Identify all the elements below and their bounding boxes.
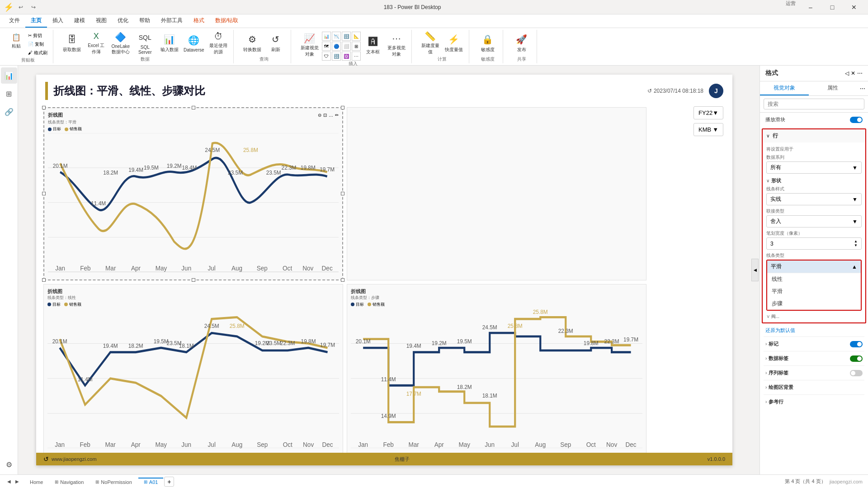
chart-3-step[interactable]: 折线图 线条类型：步骤 目标 销售额 xyxy=(347,284,646,457)
chart1-focus-btn[interactable]: ⊡ xyxy=(323,113,327,118)
textbox-btn[interactable]: 🅰 文本框 xyxy=(362,32,384,58)
more-visuals-btn[interactable]: ⋯ 更多视觉对象 xyxy=(385,32,408,58)
chart-1-smooth[interactable]: 折线图 ⊝ ⊡ … ✏ 线条类型：平滑 目标 xyxy=(43,107,343,280)
new-measure-btn[interactable]: 📏 新建度量值 xyxy=(419,30,442,56)
tab-help[interactable]: 帮助 xyxy=(134,14,156,28)
enter-data-btn[interactable]: 📊 输入数据 xyxy=(158,30,181,56)
row-section-header[interactable]: ∨ 行 xyxy=(763,129,865,142)
chart1-filter-btn[interactable]: ⊝ xyxy=(318,113,321,118)
page-tab-home[interactable]: Home xyxy=(24,478,48,486)
chart1-more-btn[interactable]: … xyxy=(329,113,333,118)
tab-home[interactable]: 主页 xyxy=(25,14,47,28)
sidebar-filter-icon[interactable]: ⚙ xyxy=(1,456,17,473)
sidebar-table-icon[interactable]: ⊞ xyxy=(1,85,17,102)
line-type-selected[interactable]: 平滑 ▲ xyxy=(767,261,861,273)
line-type-option-smooth[interactable]: 平滑 xyxy=(767,285,861,298)
fy22-dropdown[interactable]: FY22 ▼ xyxy=(693,106,723,119)
tab-optimize[interactable]: 优化 xyxy=(112,14,134,28)
undo-btn[interactable]: ↩ xyxy=(15,2,26,13)
format-tab-more-btn[interactable]: ⋯ xyxy=(857,81,868,95)
format-search-input[interactable] xyxy=(764,99,864,109)
tab-file[interactable]: 文件 xyxy=(4,14,25,28)
new-visual-btn[interactable]: 📈 新建视觉对象 xyxy=(298,32,321,58)
ref-row-row[interactable]: › 参考行 xyxy=(760,396,868,408)
chart-type-6[interactable]: 🔵 xyxy=(332,42,341,51)
cut-btn[interactable]: ✂ 剪切 xyxy=(26,32,49,40)
quick-measure-btn[interactable]: ⚡ 快度量值 xyxy=(443,30,465,56)
tab-view[interactable]: 视图 xyxy=(90,14,112,28)
get-data-btn[interactable]: 🗄 获取数据 xyxy=(61,30,83,56)
tab-data-drillthrough[interactable]: 数据/钻取 xyxy=(210,14,244,28)
format-tab-visual[interactable]: 视觉对象 xyxy=(760,81,809,95)
chart-type-9[interactable]: 🛡 xyxy=(322,52,331,61)
chart-type-4[interactable]: 📐 xyxy=(352,32,361,41)
tab-modeling[interactable]: 建模 xyxy=(69,14,90,28)
page-tab-nopermission[interactable]: ⊞ NoPermission xyxy=(90,478,137,486)
shape-header[interactable]: ∨ 形状 xyxy=(766,177,862,184)
data-labels-toggle[interactable] xyxy=(850,355,863,362)
stroke-width-down[interactable]: ▼ xyxy=(854,244,858,247)
format-panel-close-btn[interactable]: ✕ xyxy=(851,70,855,76)
refresh-btn[interactable]: ↺ 刷新 xyxy=(264,30,287,56)
publish-btn[interactable]: 🚀 发布 xyxy=(510,30,533,56)
maximize-btn[interactable]: □ xyxy=(822,0,843,14)
line-style-select[interactable]: 实线 ▼ xyxy=(766,193,862,205)
format-panel-more-btn[interactable]: ⋯ xyxy=(857,70,863,76)
chart-type-7[interactable]: ⬜ xyxy=(342,42,351,51)
series-label-toggle[interactable] xyxy=(850,370,863,376)
series-label-header[interactable]: › 序列标签 xyxy=(765,370,788,376)
chart-type-12[interactable]: ⋯ xyxy=(352,52,361,61)
data-labels-header[interactable]: › 数据标签 xyxy=(765,355,788,362)
format-panel-expand-btn[interactable]: ◁ xyxy=(845,70,849,76)
chart-type-2[interactable]: 📉 xyxy=(332,32,341,41)
marker-header[interactable]: › 标记 xyxy=(765,341,778,347)
tab-insert[interactable]: 插入 xyxy=(47,14,69,28)
marker-toggle[interactable] xyxy=(850,341,863,347)
onelake-btn[interactable]: 🔷 OneLake 数据中心 xyxy=(109,30,132,56)
svg-text:Oct: Oct xyxy=(283,264,292,272)
stroke-width-up[interactable]: ▲ xyxy=(854,240,858,243)
sensitivity-btn[interactable]: 🔒 敏感度 xyxy=(476,30,499,56)
chart-type-8[interactable]: ⊞ xyxy=(352,42,361,51)
format-tab-properties[interactable]: 属性 xyxy=(809,81,858,95)
add-page-btn[interactable]: + xyxy=(164,477,174,487)
redo-btn[interactable]: ↪ xyxy=(28,2,39,13)
restore-default-btn[interactable]: 还原为默认值 xyxy=(765,327,795,333)
sidebar-model-icon[interactable]: 🔗 xyxy=(1,104,17,120)
tab-next-btn[interactable]: ▶ xyxy=(14,478,21,485)
line-type-option-linear[interactable]: 线性 xyxy=(767,273,861,285)
tab-prev-btn[interactable]: ◀ xyxy=(5,478,13,485)
minimize-btn[interactable]: – xyxy=(800,0,821,14)
play-slider-toggle[interactable] xyxy=(850,117,863,123)
sidebar-report-icon[interactable]: 📊 xyxy=(1,67,17,84)
data-series-select[interactable]: 所有 ▼ xyxy=(766,161,862,174)
chart-type-11[interactable]: 🔯 xyxy=(342,52,351,61)
close-btn[interactable]: ✕ xyxy=(844,0,864,14)
format-copy-btn[interactable]: 🖌 格式刷 xyxy=(26,49,49,57)
chart-type-10[interactable]: 🔣 xyxy=(332,52,341,61)
stroke-width-stepper[interactable]: ▲ ▼ xyxy=(854,240,858,247)
tab-external-tools[interactable]: 外部工具 xyxy=(156,14,188,28)
kmb-dropdown[interactable]: KMB ▼ xyxy=(693,123,723,136)
line-type-option-step[interactable]: 步骤 xyxy=(767,298,861,310)
chart1-edit-btn[interactable]: ✏ xyxy=(335,113,339,118)
chart-2-linear[interactable]: 折线图 线条类型：线性 目标 销售额 xyxy=(43,284,343,457)
divider-2 xyxy=(764,351,864,351)
chart-type-5[interactable]: 🗺 xyxy=(322,42,331,51)
stroke-width-input[interactable]: 3 ▲ ▼ xyxy=(766,237,862,250)
copy-btn[interactable]: 📄 复制 xyxy=(26,40,49,48)
join-type-select[interactable]: 舍入 ▼ xyxy=(766,215,862,227)
collapse-panel-btn[interactable]: ◀ xyxy=(751,259,759,281)
dataverse-btn[interactable]: 🌐 Dataverse xyxy=(183,30,205,56)
tab-format[interactable]: 格式 xyxy=(188,14,210,28)
page-tab-a01[interactable]: ⊞ A01 xyxy=(138,478,164,486)
paste-btn[interactable]: 📋 粘贴 xyxy=(7,31,25,56)
chart-type-1[interactable]: 📊 xyxy=(322,32,331,41)
page-tab-navigation[interactable]: ⊞ Navigation xyxy=(49,478,89,486)
transform-btn[interactable]: ⚙ 转换数据 xyxy=(241,30,264,56)
recent-sources-btn[interactable]: ⏱ 最近使用的源 xyxy=(207,30,230,56)
sql-btn[interactable]: SQL SQL Server xyxy=(134,30,156,56)
excel-btn[interactable]: X Excel 工作薄 xyxy=(85,30,108,56)
plot-area-row[interactable]: › 绘图区背景 xyxy=(760,381,868,393)
chart-type-3[interactable]: 🔢 xyxy=(342,32,351,41)
